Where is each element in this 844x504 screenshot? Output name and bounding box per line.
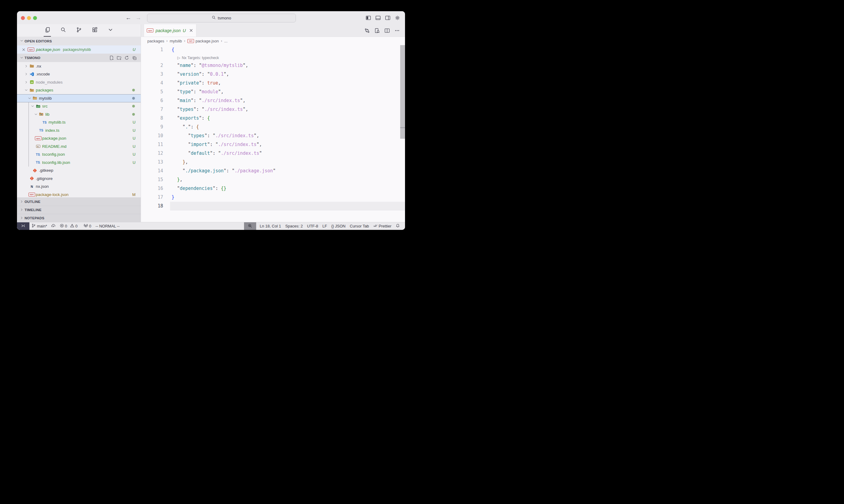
section-header-notepads[interactable]: NOTEPADS (17, 214, 141, 222)
close-icon[interactable] (189, 28, 193, 33)
search-icon (60, 27, 66, 34)
tree-item-label: .gitkeep (39, 168, 53, 173)
status-encoding[interactable]: UTF-8 (305, 222, 321, 230)
status-remote-indicator[interactable] (17, 222, 30, 230)
code-line-6[interactable]: 6 "main": "./src/index.ts", (141, 96, 405, 105)
status-language-mode[interactable]: {} JSON (329, 222, 348, 230)
new-folder-icon[interactable] (117, 55, 122, 60)
code-line-5[interactable]: 5 "type": "module", (141, 88, 405, 96)
explorer-section-header[interactable]: TSMONO (17, 54, 141, 62)
code-line-14[interactable]: 14 "./package.json": "./package.json" (141, 167, 405, 175)
code-line-11[interactable]: 11 "import": "./src/index.ts", (141, 140, 405, 149)
code-line-10[interactable]: 10 "types": "./src/index.ts", (141, 131, 405, 140)
node-icon: JS (29, 80, 34, 85)
breadcrumb-item-package-json[interactable]: npmpackage.json (187, 39, 219, 43)
tree-item-label: .nx (36, 64, 41, 69)
status-zoom-indicator[interactable] (244, 222, 256, 230)
status-cursor-tab[interactable]: Cursor Tab (348, 222, 371, 230)
tree-item-label: package.json (42, 136, 66, 141)
status-ports[interactable]: 0 (82, 222, 93, 230)
activity-more-views[interactable] (106, 24, 114, 37)
code-line-13[interactable]: 13 }, (141, 158, 405, 167)
breadcrumb-item-packages[interactable]: packages (147, 39, 164, 43)
activity-source-control[interactable] (75, 24, 83, 37)
tree-item-tsconfig-lib-json[interactable]: TStsconfig.lib.jsonU (17, 158, 141, 167)
status-cursor-position[interactable]: Ln 18, Col 1 (258, 222, 283, 230)
tree-item-nx-json[interactable]: Nnx.json (17, 183, 141, 191)
toggle-primary-sidebar-icon[interactable] (366, 15, 371, 21)
tree-item-node-modules[interactable]: JSnode_modules (17, 78, 141, 86)
tree-item-package-lock-json[interactable]: npmpackage-lock.jsonM (17, 191, 141, 197)
code-line-18[interactable]: 18 (141, 202, 405, 211)
activity-extensions[interactable] (91, 24, 99, 37)
collapse-folders-icon[interactable] (132, 55, 137, 60)
radio-icon (84, 223, 88, 229)
code-line-4[interactable]: 4 "private": true, (141, 79, 405, 88)
line-number: 15 (141, 175, 163, 184)
status-indentation[interactable]: Spaces: 2 (283, 222, 305, 230)
tree-item--gitignore[interactable]: .gitignore (17, 175, 141, 183)
svg-text:TS: TS (42, 121, 46, 124)
scrollbar-thumb[interactable] (400, 45, 405, 139)
code-line-12[interactable]: 12 "default": "./src/index.ts" (141, 149, 405, 158)
command-center-search[interactable]: tsmono (147, 14, 296, 22)
code-line-3[interactable]: 3 "version": "0.0.1", (141, 70, 405, 79)
code-editor[interactable]: 1{▷Nx Targets: typecheck2 "name": "@tsmo… (141, 45, 405, 222)
tree-item-lib[interactable]: lib (17, 110, 141, 119)
code-line-16[interactable]: 16 "dependencies": {} (141, 184, 405, 193)
toggle-panel-icon[interactable] (375, 15, 381, 21)
tree-item-label: lib (46, 112, 50, 116)
activity-explorer[interactable] (44, 24, 51, 37)
folder-icon (29, 64, 34, 69)
tree-item-packages[interactable]: packages (17, 86, 141, 94)
breadcrumb-item--[interactable]: ... (224, 39, 228, 43)
open-editor-item[interactable]: npm package.json packages/mytslib U (17, 46, 141, 54)
code-line-1[interactable]: 1{ (141, 46, 405, 54)
forward-button[interactable]: → (136, 15, 141, 21)
tree-item-mytslib[interactable]: mytslib (17, 94, 141, 102)
tree-item-mytslib-ts[interactable]: TSmytslib.tsU (17, 119, 141, 127)
status-notifications[interactable] (394, 222, 402, 230)
code-line-15[interactable]: 15 }, (141, 175, 405, 184)
status-vim-mode[interactable]: -- NORMAL -- (93, 222, 122, 230)
tree-item--vscode[interactable]: .vscode (17, 70, 141, 78)
open-editors-header[interactable]: OPEN EDITORS (17, 37, 141, 46)
close-editor-icon[interactable] (21, 48, 26, 52)
toggle-secondary-sidebar-icon[interactable] (385, 15, 391, 21)
status-git-branch[interactable]: main* (30, 222, 49, 230)
code-line-7[interactable]: 7 "types": "./src/index.ts", (141, 105, 405, 114)
folder-lib-icon (39, 112, 44, 116)
close-window-button[interactable] (21, 16, 25, 20)
minimize-window-button[interactable] (27, 16, 31, 20)
code-line-9[interactable]: 9 ".": { (141, 123, 405, 131)
refresh-explorer-icon[interactable] (124, 55, 129, 60)
tree-item-README-md[interactable]: M↓README.mdU (17, 142, 141, 150)
status-eol[interactable]: LF (321, 222, 329, 230)
section-header-outline[interactable]: OUTLINE (17, 197, 141, 206)
tree-item-package-json[interactable]: npmpackage.jsonU (17, 134, 141, 143)
open-changes-icon[interactable] (364, 28, 370, 33)
tree-item-tsconfig-json[interactable]: TStsconfig.jsonU (17, 150, 141, 159)
tree-item-src[interactable]: </>src (17, 102, 141, 111)
tree-item--gitkeep[interactable]: .gitkeep (17, 167, 141, 175)
new-file-icon[interactable] (109, 55, 114, 60)
settings-icon[interactable] (395, 15, 400, 21)
breadcrumb-item-mytslib[interactable]: mytslib (170, 39, 182, 43)
back-button[interactable]: ← (125, 15, 131, 21)
split-editor-icon[interactable] (384, 28, 390, 33)
status-problems[interactable]: 00 (57, 222, 81, 230)
code-line-2[interactable]: 2 "name": "@tsmono/mytslib", (141, 61, 405, 70)
section-header-timeline[interactable]: TIMELINE (17, 206, 141, 214)
zoom-window-button[interactable] (33, 16, 37, 20)
tab-package-json[interactable]: npm package.json U (144, 24, 196, 37)
codelens[interactable]: ▷Nx Targets: typecheck (141, 54, 405, 61)
tree-item--nx[interactable]: .nx (17, 62, 141, 70)
tree-item-index-ts[interactable]: TSindex.tsU (17, 126, 141, 134)
open-preview-icon[interactable] (374, 28, 380, 33)
status-sync-changes[interactable] (49, 222, 57, 230)
more-actions-icon[interactable] (394, 28, 400, 33)
code-line-17[interactable]: 17} (141, 193, 405, 202)
code-line-8[interactable]: 8 "exports": { (141, 114, 405, 123)
activity-search[interactable] (59, 24, 67, 37)
status-formatter[interactable]: Prettier (371, 222, 394, 230)
